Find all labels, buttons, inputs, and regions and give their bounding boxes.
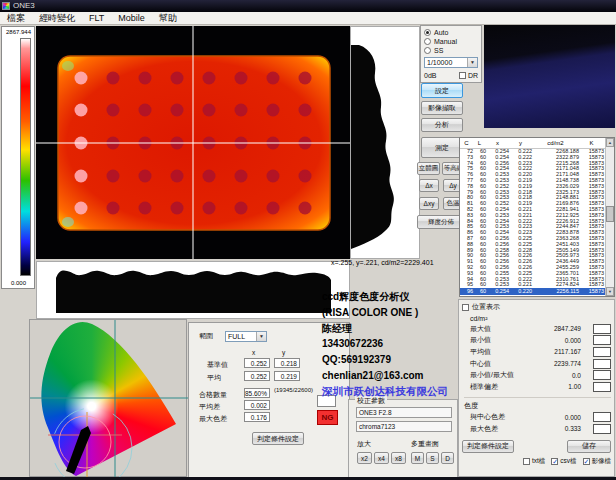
csv-file-checkbox[interactable]: csv檔 (551, 457, 576, 466)
checkbox-icon (459, 72, 466, 79)
capture-button[interactable]: 影像擷取 (421, 101, 463, 115)
stat-flag-box[interactable] (593, 424, 611, 434)
stat-row: 最大值 2847.249 (462, 323, 611, 335)
multi-m-button[interactable]: M (411, 452, 424, 464)
luminance-dist-button[interactable]: 輝度分佈 (417, 215, 465, 229)
delta-xy-button[interactable]: Δxy (419, 197, 439, 210)
zoom-x2-button[interactable]: x2 (357, 452, 372, 464)
stat-row: 最大色差 0.333 (462, 423, 611, 435)
color-scale-bar (20, 38, 31, 276)
contact-line: 13430672236 (322, 336, 472, 352)
contact-line: QQ:569192379 (322, 352, 472, 368)
menu-item[interactable]: Mobile (111, 13, 152, 23)
measure-button[interactable]: 測定 (421, 137, 463, 158)
pass-detail: (19345/22600) (274, 387, 313, 393)
stat-flag-box[interactable] (593, 359, 611, 369)
stat-flag-box[interactable] (593, 335, 611, 345)
stat-flag-box[interactable] (593, 324, 611, 334)
pass-count-label: 合格數量 (199, 390, 227, 400)
max-diff-label: 最大色差 (199, 414, 227, 424)
avg-x-value: 0.252 (244, 371, 270, 381)
mode-ss[interactable]: SS (424, 46, 478, 55)
avg-diff-label: 平均差 (199, 402, 220, 412)
vertical-profile-chart (350, 26, 420, 259)
contact-line: 陈经理 (322, 321, 472, 337)
horizontal-profile-chart (36, 261, 350, 319)
contact-line: chenlian21@163.com (322, 368, 472, 384)
txt-file-checkbox[interactable]: txt檔 (523, 457, 545, 466)
cursor-readout: x=.255, y=.221, cd/m2=2229.401 (331, 259, 459, 266)
contact-line: ccd辉度色度分析仪 (322, 289, 472, 305)
radio-icon (424, 29, 431, 36)
ng-indicator: NG (317, 410, 338, 425)
lens-field[interactable]: ONE3 F2.8 (356, 407, 452, 418)
menu-item[interactable]: 經時變化 (32, 12, 82, 25)
multi-s-button[interactable]: S (426, 452, 439, 464)
scale-min-value: 0.000 (2, 280, 35, 286)
table-scrollbar[interactable]: ▲ ▼ (605, 138, 614, 296)
luminance-map[interactable] (36, 26, 350, 259)
zoom-x4-button[interactable]: x4 (374, 452, 389, 464)
save-button[interactable]: 儲存 (567, 440, 611, 453)
window-title: ONE3 (13, 2, 35, 10)
mode-auto[interactable]: Auto (424, 28, 478, 37)
checkbox-icon (583, 458, 590, 465)
gain-label: 0dB (424, 72, 436, 79)
zoom-label: 放大 (357, 439, 371, 449)
y-col-header: y (282, 349, 285, 356)
pass-percent: 85.60% (244, 388, 270, 398)
menu-item[interactable]: 幫助 (152, 12, 184, 25)
capture-controls: Auto Manual SS 1/10000 ▼ 0dB DR (420, 25, 482, 83)
stat-flag-box[interactable] (593, 382, 611, 392)
analyze-button[interactable]: 分析 (421, 118, 463, 132)
app-window: ONE3 檔案經時變化FLTMobile幫助 2867.944 0.000 (0, 0, 616, 480)
position-panel: 位置表示 cd/m² 最大值 2847.249 最小值 0.000 平均值 21… (458, 299, 615, 477)
avg-diff-value: 0.002 (244, 400, 270, 410)
stat-row: 標準偏差 1.00 (462, 381, 611, 393)
set-button[interactable]: 設定 (421, 83, 463, 98)
dr-checkbox[interactable]: DR (459, 72, 478, 79)
contact-overlay: ccd辉度色度分析仪(RISA COLOR ONE )陈经理1343067223… (322, 289, 472, 400)
avg-y-value: 0.219 (274, 371, 300, 381)
delta-x-button[interactable]: Δx (419, 179, 439, 192)
multi-d-button[interactable]: D (441, 452, 454, 464)
checkbox-icon (551, 458, 558, 465)
stat-flag-box[interactable] (593, 370, 611, 380)
scroll-down-icon[interactable]: ▼ (606, 287, 614, 296)
app-icon (2, 2, 10, 10)
menu-item[interactable]: FLT (82, 13, 111, 23)
judge-settings-button[interactable]: 判定條件設定 (252, 432, 304, 445)
stat-flag-box[interactable] (593, 412, 611, 422)
scroll-up-icon[interactable]: ▲ (606, 138, 614, 147)
cie-diagram (29, 319, 187, 477)
ref-label: 基準值 (207, 360, 228, 370)
checkbox-icon (523, 458, 530, 465)
mode-manual[interactable]: Manual (424, 37, 478, 46)
menu-bar: 檔案經時變化FLTMobile幫助 (0, 12, 616, 25)
stat-row: 最小值 0.000 (462, 335, 611, 347)
stat-flag-box[interactable] (593, 347, 611, 357)
stat-row: 中心值 2239.774 (462, 358, 611, 370)
measurement-table: CL xy cd/m2K 7260 0.2540.222 2268.188158… (459, 137, 615, 297)
view3d-button[interactable]: 立體圖 (417, 162, 440, 175)
range-select[interactable]: FULL ▼ (225, 331, 267, 342)
shutter-select[interactable]: 1/10000 ▼ (424, 57, 478, 68)
ref-y-value: 0.218 (274, 358, 300, 368)
max-diff-value: 0.176 (244, 412, 270, 422)
chroma-section-label: 色度 (464, 397, 611, 411)
camera-preview (484, 25, 615, 128)
image-file-checkbox[interactable]: 影像檔 (583, 457, 612, 466)
multi-label: 多重畫面 (411, 439, 439, 449)
radio-icon (424, 47, 431, 54)
contact-line: (RISA COLOR ONE ) (322, 305, 472, 321)
position-display-checkbox[interactable]: 位置表示 (462, 302, 611, 312)
menu-item[interactable]: 檔案 (0, 12, 32, 25)
chroma-field[interactable]: chroma7123 (356, 421, 452, 432)
scroll-thumb[interactable] (606, 206, 614, 222)
zoom-x8-button[interactable]: x8 (391, 452, 406, 464)
stat-row: 最小值/最大值 0.0 (462, 369, 611, 381)
table-row-selected[interactable]: 9660 0.2540.220 2256.11515873 (460, 288, 614, 295)
judge-settings-button[interactable]: 判定條件設定 (462, 440, 514, 453)
chevron-down-icon: ▼ (467, 58, 477, 67)
stat-row: 平均值 2117.167 (462, 346, 611, 358)
